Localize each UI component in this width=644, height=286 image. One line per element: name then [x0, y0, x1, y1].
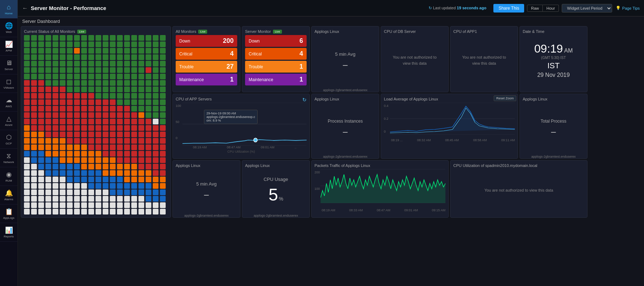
monitor-row-down[interactable]: Down 200: [176, 35, 237, 47]
status-dot-413: [117, 164, 123, 169]
cpu-db-title: CPU of DB Server: [384, 29, 445, 34]
status-dot-454: [124, 177, 130, 182]
hour-button[interactable]: Hour: [543, 5, 559, 12]
status-dot-405: [60, 164, 65, 169]
status-dots-grid: [24, 35, 168, 214]
monitor-row-critical[interactable]: Critical 4: [176, 48, 237, 60]
sidebar-item-home[interactable]: ⌂ Home: [0, 0, 18, 19]
tip-icon: 💡: [616, 6, 621, 10]
status-dot-307: [74, 132, 80, 137]
status-dot-121: [31, 74, 37, 79]
status-dot-100: [24, 67, 30, 73]
status-dot-339: [160, 138, 166, 144]
status-dot-519: [160, 196, 166, 202]
status-dot-105: [60, 67, 65, 73]
raw-button[interactable]: Raw: [527, 5, 543, 12]
status-dot-521: [31, 202, 37, 208]
status-dot-99: [160, 61, 166, 66]
share-button[interactable]: Share This: [493, 4, 524, 13]
status-dot-24: [53, 41, 58, 47]
sidebar-item-vmware[interactable]: ◻ VMware: [0, 74, 18, 93]
status-dot-273: [117, 119, 123, 124]
sm-row-trouble[interactable]: Trouble 1: [245, 61, 307, 73]
sm-row-critical[interactable]: Critical 4: [245, 48, 307, 60]
packets-chart-area: [321, 169, 445, 208]
sidebar-item-aws[interactable]: ☁ AWS: [0, 93, 18, 112]
status-dot-333: [117, 138, 123, 144]
status-dot-59: [160, 48, 166, 54]
status-dot-309: [88, 132, 94, 137]
status-dot-529: [88, 202, 94, 208]
sm-maintenance-label: Maintenance: [249, 77, 273, 82]
sidebar-item-azure[interactable]: △ Azure: [0, 112, 18, 130]
status-dot-228: [81, 106, 87, 112]
status-dot-311: [103, 132, 108, 137]
status-dot-431: [103, 170, 108, 176]
status-dot-351: [103, 144, 108, 150]
page-tips-link[interactable]: 💡 Page Tips: [616, 6, 640, 10]
status-dot-532: [110, 202, 116, 208]
status-dot-237: [146, 106, 151, 112]
widget-period-select[interactable]: Widget Level Period: [562, 4, 612, 13]
maintenance-count: 1: [230, 76, 234, 83]
dashboard-title: Server Dashboard: [21, 19, 641, 24]
sidebar-item-alarms[interactable]: 🔔 Alarms: [0, 186, 18, 204]
status-dot-190: [96, 93, 101, 99]
packets-x-4: 09:01 AM: [404, 208, 418, 212]
sm-row-down[interactable]: Down 6: [245, 35, 307, 47]
status-dot-436: [138, 170, 144, 176]
sidebar-item-network[interactable]: ⧖ Network: [0, 149, 18, 167]
status-dot-345: [60, 144, 65, 150]
status-dot-188: [81, 93, 87, 99]
sidebar-item-web[interactable]: 🌐 Web: [0, 19, 18, 37]
sidebar-item-apm[interactable]: 📈 APM: [0, 37, 18, 56]
sm-row-maintenance[interactable]: Maintenance 1: [245, 74, 307, 85]
monitor-row-maintenance[interactable]: Maintenance 1: [176, 74, 237, 85]
status-dot-548: [81, 209, 87, 214]
status-dot-291: [103, 125, 108, 131]
status-dot-48: [81, 48, 87, 54]
status-dot-44: [53, 48, 58, 54]
status-dot-411: [103, 164, 108, 169]
status-dot-376: [138, 151, 144, 157]
status-dot-175: [131, 87, 137, 92]
status-dot-369: [88, 151, 94, 157]
status-dot-164: [53, 87, 58, 92]
sidebar-label-web: Web: [6, 30, 11, 34]
status-dot-80: [24, 61, 30, 66]
sidebar-item-server[interactable]: 🖥 Server: [0, 56, 18, 74]
status-dot-11: [103, 35, 108, 41]
status-dot-149: [88, 80, 94, 86]
back-button[interactable]: ←: [22, 5, 28, 11]
status-dot-249: [88, 112, 94, 118]
status-dot-25: [60, 41, 65, 47]
process-instances-content: Process Instances –: [314, 103, 376, 153]
status-dot-383: [45, 157, 51, 163]
status-dot-279: [160, 119, 166, 124]
last-updated-prefix: Last updated: [433, 6, 456, 10]
status-dot-205: [60, 99, 65, 105]
status-dot-293: [117, 125, 123, 131]
reset-zoom-button[interactable]: Reset Zoom: [494, 95, 516, 101]
cpu-app-servers-refresh[interactable]: ↻: [302, 97, 307, 103]
sidebar-item-gcp[interactable]: ⬡ GCP: [0, 130, 18, 149]
status-dot-84: [53, 61, 58, 66]
status-dot-438: [153, 170, 158, 176]
applogs-5min-content: 5 min Avg –: [314, 35, 376, 86]
cpu-app1-not-authorized: You are not authorized to view this data: [462, 54, 506, 67]
sidebar-item-applogs[interactable]: 📋 AppLogs: [0, 204, 18, 223]
status-dot-90: [96, 61, 101, 66]
status-card: Current Status of All Monitors Live: [21, 26, 171, 218]
status-dot-232: [110, 106, 116, 112]
status-dot-113: [117, 67, 123, 73]
status-dot-150: [96, 80, 101, 86]
status-dot-337: [146, 138, 151, 144]
datetime-title: Date & Time: [523, 29, 584, 34]
monitor-row-trouble[interactable]: Trouble 27: [176, 61, 237, 73]
status-dot-214: [124, 99, 130, 105]
sidebar-item-rum[interactable]: ◉ RUM: [0, 167, 18, 186]
sidebar-item-reports[interactable]: 📊 Reports: [0, 223, 18, 242]
cpu-x-axis: 08:19 AM 08:47 AM 09:01 AM ..: [183, 146, 307, 149]
status-dot-233: [117, 106, 123, 112]
page-title: Server Monitor - Performance: [31, 5, 429, 11]
